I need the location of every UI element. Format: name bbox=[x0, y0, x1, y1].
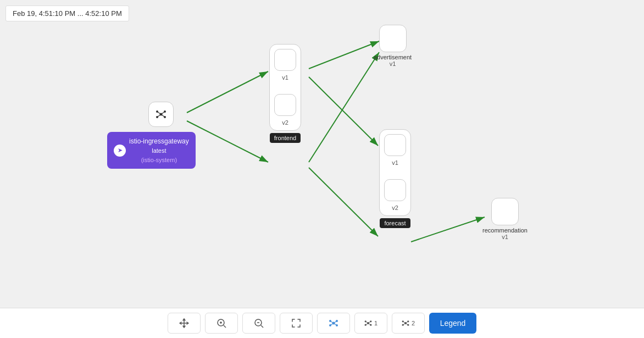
svg-line-6 bbox=[309, 168, 378, 236]
svg-line-7 bbox=[411, 217, 485, 242]
svg-line-3 bbox=[309, 41, 379, 69]
legend-button[interactable]: Legend bbox=[429, 313, 477, 334]
frontend-node[interactable]: v1 v2 frontend bbox=[269, 44, 301, 143]
graph2-label: 2 bbox=[412, 320, 415, 326]
zoom-in-button[interactable] bbox=[205, 313, 238, 334]
graph-layout-1-button[interactable]: 1 bbox=[354, 313, 387, 334]
svg-line-13 bbox=[157, 112, 161, 114]
graph-layout-button[interactable] bbox=[317, 313, 350, 334]
advertisement-node[interactable]: advertisement v1 bbox=[374, 25, 412, 67]
svg-line-1 bbox=[187, 71, 268, 113]
svg-line-23 bbox=[261, 325, 263, 328]
fit-button[interactable] bbox=[280, 313, 313, 334]
gateway-node[interactable]: ➤ istio-ingressgateway latest (istio-sys… bbox=[107, 132, 196, 169]
arrows-overlay bbox=[0, 0, 644, 308]
gateway-icon-node[interactable] bbox=[148, 102, 174, 127]
svg-line-5 bbox=[309, 77, 378, 146]
graph-layout-2-button[interactable]: 2 bbox=[392, 313, 425, 334]
svg-line-2 bbox=[187, 121, 268, 162]
toolbar: 1 2 Legend bbox=[0, 308, 644, 338]
timestamp-display: Feb 19, 4:51:10 PM ... 4:52:10 PM bbox=[5, 5, 129, 21]
svg-line-4 bbox=[309, 52, 379, 162]
svg-line-15 bbox=[157, 114, 161, 117]
graph-canvas: Feb 19, 4:51:10 PM ... 4:52:10 PM bbox=[0, 0, 644, 308]
zoom-out-button[interactable] bbox=[242, 313, 275, 334]
forecast-node[interactable]: v1 v2 forecast bbox=[379, 129, 411, 228]
move-tool-button[interactable] bbox=[168, 313, 201, 334]
recommendation-node[interactable]: recommendation v1 bbox=[482, 198, 528, 240]
svg-line-20 bbox=[224, 325, 226, 328]
svg-line-16 bbox=[161, 114, 165, 117]
svg-line-14 bbox=[161, 112, 165, 114]
graph1-label: 1 bbox=[374, 320, 377, 326]
